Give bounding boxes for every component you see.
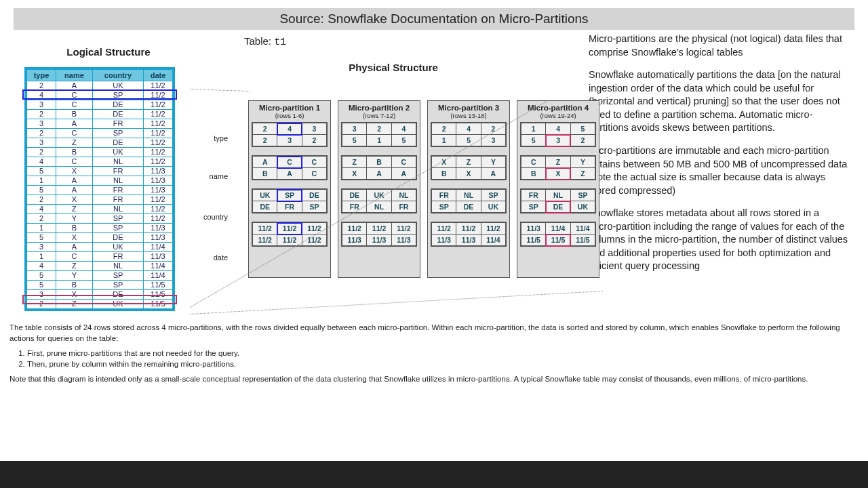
logical-cell: Z [56,300,92,309]
logical-cell: 11/2 [144,100,173,110]
logical-row: 5XDE11/3 [27,233,173,243]
mp-cell: 11/3 [367,235,391,246]
logical-cell: 11/3 [144,224,173,233]
mp-cell: 11/3 [342,235,367,246]
logical-cell: X [56,233,92,243]
logical-cell: UK [92,148,143,157]
mp-subtitle: (rows 1-6) [252,112,328,119]
mp-cell: FR [432,190,456,201]
logical-cell: 11/2 [144,119,173,129]
footer-p1: The table consists of 24 rows stored acr… [9,322,859,344]
logical-cell: FR [92,252,143,262]
mp-cell: A [481,168,505,180]
mp-cell: 3 [342,123,367,135]
mp-cell: Z [342,157,367,168]
logical-cell: 11/2 [144,148,173,157]
logical-cell: 2 [27,195,56,205]
logical-cell: UK [92,243,143,252]
mp-cell: 5 [570,123,595,135]
mp-block: XZYBXA [431,155,507,180]
logical-cell: DE [92,138,143,148]
logical-row: 2ZUK11/5 [27,300,173,309]
logical-row: 2XFR11/2 [27,195,173,205]
logical-cell: NL [92,176,143,186]
logical-cell: 11/4 [144,271,173,281]
mp-block: 145532 [520,122,596,147]
explanation-paragraph: Micro-partitions are immutable and each … [589,144,848,197]
mp-cell: DE [253,201,277,213]
mp-block: FRNLSPSPDEUK [520,188,596,214]
logical-cell: SP [92,91,143,100]
logical-row: 4ZNL11/4 [27,262,173,271]
logical-cell: DE [92,233,143,243]
logical-cell: FR [92,186,143,195]
logical-cell: DE [92,110,143,119]
mp-title: Micro-partition 2 [341,104,417,112]
logical-cell: 3 [27,138,56,148]
logical-cell: FR [92,119,143,129]
mp-cell: 5 [521,135,546,146]
mp-cell: 11/3 [456,235,481,246]
mp-cell: 3 [302,123,326,135]
mp-cell: 2 [367,123,391,135]
logical-cell: Y [56,271,92,281]
explanation-column: Micro-partitions are the physical (not l… [583,33,854,311]
mp-cell: 1 [432,135,456,146]
mp-cell: 2 [481,123,505,135]
logical-cell: 4 [27,205,56,214]
mp-cell: 11/3 [432,235,456,246]
footer-li1: First, prune micro-partitions that are n… [27,348,859,359]
logical-cell: 11/3 [144,233,173,243]
mp-cell: DE [342,190,367,201]
mp-block: ZBCXAA [341,155,417,180]
logical-header: date [144,70,173,81]
logical-cell: UK [92,81,143,91]
mp-cell: B [432,168,456,180]
mp-cell: 3 [277,135,302,146]
logical-row: 3CDE11/2 [27,100,173,110]
logical-cell: SP [92,281,143,290]
mp-block: 324515 [341,122,417,147]
mp-cell: 11/2 [367,223,391,235]
logical-cell: Z [56,205,92,214]
mp-cell: 4 [456,123,481,135]
logical-cell: 11/4 [144,262,173,271]
mp-cell: SP [481,190,505,201]
mp-block: ACCBAC [252,155,328,180]
mp-cell: 3 [546,135,570,146]
mp-cell: A [367,168,391,180]
logical-cell: Z [56,138,92,148]
logical-cell: NL [92,157,143,167]
logical-row: 2AUK11/2 [27,81,173,91]
logical-cell: SP [92,224,143,233]
logical-row: 2BDE11/2 [27,110,173,119]
mp-cell: C [302,157,326,168]
mp-title: Micro-partition 4 [520,104,596,112]
mp-cell: 2 [570,135,595,146]
logical-row: 3AUK11/4 [27,243,173,252]
physical-column: Table: t1 Physical Structure typenamecou… [203,33,583,311]
explanation-paragraph: Snowflake stores metadata about all rows… [589,207,848,273]
logical-cell: B [56,224,92,233]
explanation-paragraph: Micro-partitions are the physical (not l… [589,33,848,59]
mp-cell: A [253,157,277,168]
logical-cell: 11/3 [144,167,173,176]
mp-cell: X [342,168,367,180]
logical-cell: A [56,81,92,91]
logical-cell: B [56,110,92,119]
micro-partition-card: Micro-partition 2(rows 7-12)324515ZBCXAA… [338,100,420,278]
mp-cell: X [456,168,481,180]
connector-line [190,291,603,314]
mp-subtitle: (rows 7-12) [341,112,417,119]
bottom-bar [0,461,868,488]
logical-cell: DE [92,100,143,110]
mp-cell: SP [521,201,546,213]
mp-cell: Y [570,157,595,168]
footer-text: The table consists of 24 rows stored acr… [0,311,868,384]
logical-column: Logical Structure typenamecountrydate2AU… [14,33,203,311]
logical-cell: 2 [27,300,56,309]
logical-cell: 1 [27,224,56,233]
logical-row: 5AFR11/3 [27,186,173,195]
logical-cell: 11/2 [144,91,173,100]
mp-cell: X [546,168,570,180]
